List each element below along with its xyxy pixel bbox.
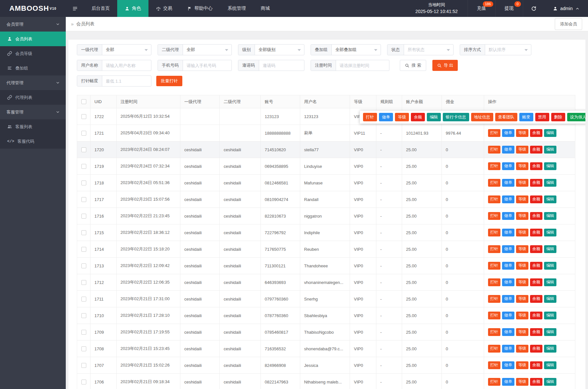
row-action-等级[interactable]: 等级 [516, 129, 528, 137]
popup-action-查看团队[interactable]: 查看团队 [495, 113, 517, 121]
row-action-余额[interactable]: 余额 [530, 378, 542, 386]
filter-text-input[interactable] [340, 63, 381, 68]
row-action-等级[interactable]: 等级 [516, 195, 528, 203]
row-action-余额[interactable]: 余额 [530, 195, 542, 203]
row-action-余额[interactable]: 余额 [530, 345, 542, 353]
filter-text-input[interactable] [187, 63, 223, 68]
filter-select-value[interactable]: 全部叠加组 [332, 45, 381, 55]
row-action-编辑[interactable]: 编辑 [544, 245, 556, 253]
row-checkbox[interactable] [81, 280, 86, 285]
sidebar-group-1[interactable]: 会员管理 [0, 17, 66, 32]
row-action-余额[interactable]: 余额 [530, 245, 542, 253]
row-action-余额[interactable]: 余额 [530, 262, 542, 270]
popup-action-等级[interactable]: 等级 [395, 113, 409, 121]
row-action-做单[interactable]: 做单 [502, 212, 514, 220]
popup-action-打针[interactable]: 打针 [363, 113, 377, 121]
sidebar-item-叠加组[interactable]: 叠加组 [0, 61, 66, 75]
sidebar-group-3[interactable]: 客服管理 [0, 105, 66, 119]
row-action-编辑[interactable]: 编辑 [544, 212, 556, 220]
row-action-余额[interactable]: 余额 [530, 278, 542, 286]
batch-inject-button[interactable]: 批量打针 [156, 76, 182, 86]
row-action-余额[interactable]: 余额 [530, 361, 542, 369]
row-action-等级[interactable]: 等级 [516, 361, 528, 369]
row-action-等级[interactable]: 等级 [516, 162, 528, 170]
row-checkbox[interactable] [81, 363, 86, 368]
row-action-余额[interactable]: 余额 [530, 162, 542, 170]
row-checkbox[interactable] [81, 214, 86, 219]
row-action-做单[interactable]: 做单 [502, 378, 514, 386]
row-action-编辑[interactable]: 编辑 [544, 195, 556, 203]
row-action-做单[interactable]: 做单 [502, 262, 514, 270]
row-action-等级[interactable]: 等级 [516, 146, 528, 154]
popup-action-做单[interactable]: 做单 [379, 113, 393, 121]
row-action-做单[interactable]: 做单 [502, 245, 514, 253]
row-checkbox[interactable] [81, 114, 86, 119]
row-action-余额[interactable]: 余额 [530, 179, 542, 187]
row-action-编辑[interactable]: 编辑 [544, 129, 556, 137]
sidebar-item-客服列表[interactable]: 客服列表 [0, 119, 66, 134]
row-action-编辑[interactable]: 编辑 [544, 361, 556, 369]
row-action-打针[interactable]: 打针 [488, 146, 500, 154]
row-action-等级[interactable]: 等级 [516, 212, 528, 220]
row-action-打针[interactable]: 打针 [488, 195, 500, 203]
row-action-等级[interactable]: 等级 [516, 378, 528, 386]
filter-select-value[interactable]: 全部级别 [255, 45, 304, 55]
filter-select-value[interactable]: 全部 [102, 45, 151, 55]
row-action-打针[interactable]: 打针 [488, 328, 500, 336]
row-action-等级[interactable]: 等级 [516, 229, 528, 236]
row-checkbox[interactable] [81, 380, 86, 384]
row-action-做单[interactable]: 做单 [502, 361, 514, 369]
row-action-做单[interactable]: 做单 [502, 195, 514, 203]
row-action-编辑[interactable]: 编辑 [544, 328, 556, 336]
row-action-打针[interactable]: 打针 [488, 345, 500, 353]
row-action-打针[interactable]: 打针 [488, 262, 500, 270]
row-checkbox[interactable] [81, 346, 86, 351]
row-action-打针[interactable]: 打针 [488, 229, 500, 236]
sidebar-group-2[interactable]: 代理管理 [0, 75, 66, 90]
nav-item-2[interactable]: 角色 [117, 0, 148, 17]
row-action-余额[interactable]: 余额 [530, 129, 542, 137]
row-action-做单[interactable]: 做单 [502, 229, 514, 236]
popup-action-设为假人[interactable]: 设为假人 [567, 113, 586, 121]
row-action-余额[interactable]: 余额 [530, 146, 542, 154]
row-action-打针[interactable]: 打针 [488, 179, 500, 187]
row-action-余额[interactable]: 余额 [530, 295, 542, 303]
popup-action-账变[interactable]: 账变 [519, 113, 533, 121]
refresh-button[interactable] [523, 0, 544, 17]
row-action-等级[interactable]: 等级 [516, 328, 528, 336]
row-action-打针[interactable]: 打针 [488, 295, 500, 303]
row-checkbox[interactable] [81, 297, 86, 302]
row-action-打针[interactable]: 打针 [488, 162, 500, 170]
row-checkbox[interactable] [81, 181, 86, 185]
row-action-打针[interactable]: 打针 [488, 378, 500, 386]
row-action-打针[interactable]: 打针 [488, 312, 500, 319]
row-action-打针[interactable]: 打针 [488, 278, 500, 286]
sidebar-item-代理列表[interactable]: 代理列表 [0, 90, 66, 105]
row-action-等级[interactable]: 等级 [516, 312, 528, 319]
row-action-做单[interactable]: 做单 [502, 295, 514, 303]
row-checkbox[interactable] [81, 131, 86, 136]
row-action-余额[interactable]: 余额 [530, 312, 542, 319]
popup-action-禁用[interactable]: 禁用 [535, 113, 549, 121]
row-action-等级[interactable]: 等级 [516, 278, 528, 286]
row-checkbox[interactable] [81, 147, 86, 152]
row-checkbox[interactable] [81, 164, 86, 169]
row-action-余额[interactable]: 余额 [530, 229, 542, 236]
row-action-做单[interactable]: 做单 [502, 162, 514, 170]
row-action-等级[interactable]: 等级 [516, 262, 528, 270]
sidebar-item-会员等级[interactable]: 会员等级 [0, 46, 66, 61]
sidebar-item-客服代码[interactable]: </>客服代码 [0, 134, 66, 149]
row-action-编辑[interactable]: 编辑 [544, 262, 556, 270]
filter-text-input[interactable] [263, 63, 296, 68]
sidebar-toggle-icon[interactable] [66, 0, 84, 17]
row-action-余额[interactable]: 余额 [530, 212, 542, 220]
row-checkbox[interactable] [81, 313, 86, 318]
row-action-编辑[interactable]: 编辑 [544, 229, 556, 236]
row-action-做单[interactable]: 做单 [502, 129, 514, 137]
withdraw-button[interactable]: 提现 0 [495, 0, 523, 17]
row-action-做单[interactable]: 做单 [502, 345, 514, 353]
row-action-编辑[interactable]: 编辑 [544, 345, 556, 353]
sidebar-item-会员列表[interactable]: 会员列表 [0, 32, 66, 46]
row-action-等级[interactable]: 等级 [516, 179, 528, 187]
row-action-余额[interactable]: 余额 [530, 328, 542, 336]
